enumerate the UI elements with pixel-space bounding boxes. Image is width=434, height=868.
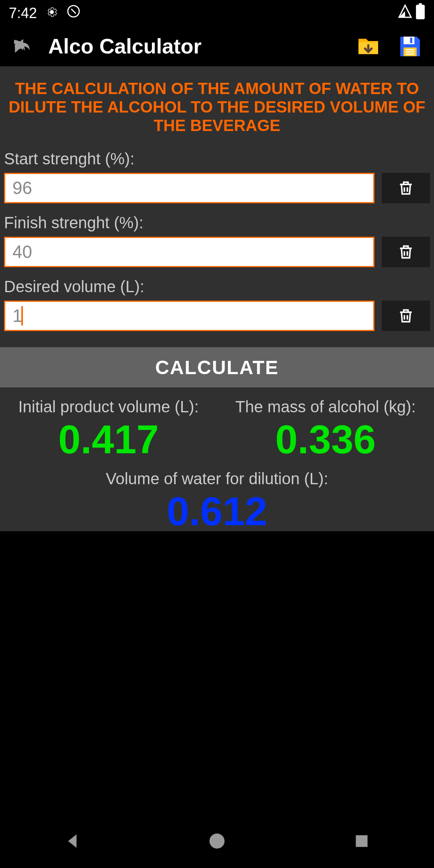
- status-bar: 7:42: [0, 0, 434, 26]
- desired-volume-label: Desired volume (L):: [4, 274, 430, 301]
- svg-rect-3: [419, 3, 422, 5]
- section-title: THE CALCULATION OF THE AMOUNT OF WATER T…: [0, 74, 434, 147]
- app-bar: Alco Calculator: [0, 26, 434, 66]
- svg-rect-5: [403, 37, 414, 44]
- nav-bar: [0, 816, 434, 868]
- finish-strength-label: Finish strenght (%):: [4, 211, 430, 237]
- status-time: 7:42: [9, 5, 37, 22]
- mass-alcohol-value: 0.336: [217, 419, 434, 459]
- battery-icon: [416, 3, 425, 23]
- nav-recent-button[interactable]: [352, 831, 372, 853]
- no-sync-icon: [67, 4, 80, 22]
- initial-volume-label: Initial product volume (L):: [0, 395, 217, 419]
- svg-rect-2: [416, 5, 425, 19]
- finish-strength-input[interactable]: [4, 237, 375, 267]
- clear-start-strength-button[interactable]: [382, 173, 430, 203]
- nav-back-button[interactable]: [62, 831, 82, 853]
- svg-rect-12: [356, 835, 367, 847]
- svg-point-0: [50, 10, 54, 14]
- water-volume-label: Volume of water for dilution (L):: [0, 467, 434, 491]
- desired-volume-input[interactable]: 1: [4, 301, 375, 331]
- signal-icon: [398, 4, 412, 22]
- settings-small-icon: [46, 5, 58, 22]
- start-strength-input[interactable]: [4, 173, 375, 203]
- initial-volume-value: 0.417: [0, 419, 217, 459]
- water-volume-value: 0.612: [0, 491, 434, 531]
- svg-point-11: [209, 833, 225, 849]
- mass-alcohol-label: The mass of alcohol (kg):: [217, 395, 434, 419]
- clear-desired-volume-button[interactable]: [382, 301, 430, 331]
- back-button[interactable]: [8, 32, 36, 60]
- start-strength-label: Start strenght (%):: [4, 147, 430, 173]
- open-folder-button[interactable]: [352, 30, 384, 62]
- save-button[interactable]: [394, 30, 426, 62]
- calculate-button[interactable]: CALCULATE: [0, 347, 434, 387]
- clear-finish-strength-button[interactable]: [382, 237, 430, 267]
- svg-rect-6: [410, 37, 412, 43]
- text-cursor: [21, 306, 23, 326]
- nav-home-button[interactable]: [207, 831, 227, 853]
- app-title: Alco Calculator: [48, 34, 342, 58]
